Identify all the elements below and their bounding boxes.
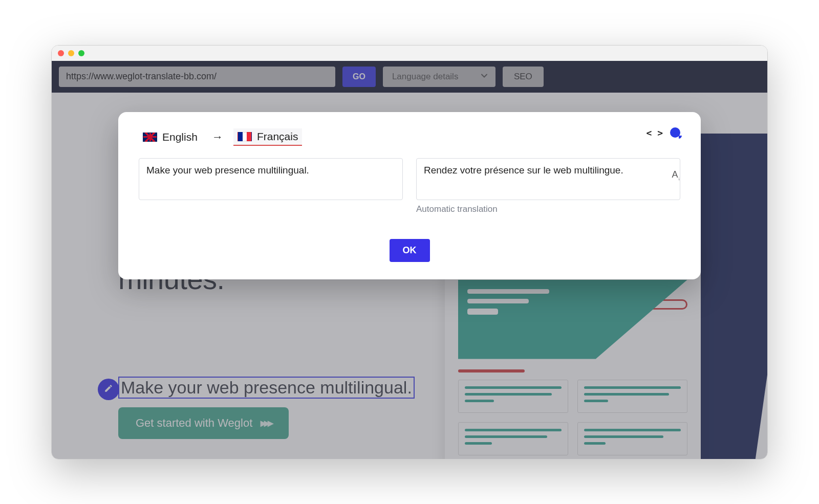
code-icon[interactable]: < > xyxy=(646,127,663,138)
source-language-label: English xyxy=(162,131,198,143)
minimize-window-icon[interactable] xyxy=(68,50,74,56)
flag-uk-icon xyxy=(143,133,157,142)
ok-button[interactable]: OK xyxy=(390,239,430,262)
browser-window: GO Language details SEO app or website, … xyxy=(51,45,768,459)
target-language-label: Français xyxy=(257,130,298,143)
palette-icon[interactable] xyxy=(670,127,680,138)
source-language-chip[interactable]: English xyxy=(139,129,202,145)
close-window-icon[interactable] xyxy=(58,50,64,56)
flag-fr-icon xyxy=(238,132,252,141)
language-pair: English → Français xyxy=(139,128,680,146)
translation-dialog: English → Français < > A↓ Automatic tran… xyxy=(118,112,701,279)
automatic-translation-label: Automatic translation xyxy=(416,204,680,214)
source-text-input[interactable] xyxy=(139,158,403,200)
target-text-input[interactable] xyxy=(416,158,680,200)
maximize-window-icon[interactable] xyxy=(78,50,84,56)
arrow-right-icon: → xyxy=(212,130,223,144)
window-titlebar xyxy=(52,46,767,61)
target-language-chip[interactable]: Français xyxy=(233,128,303,146)
font-style-icon[interactable]: A↓ xyxy=(672,169,680,181)
